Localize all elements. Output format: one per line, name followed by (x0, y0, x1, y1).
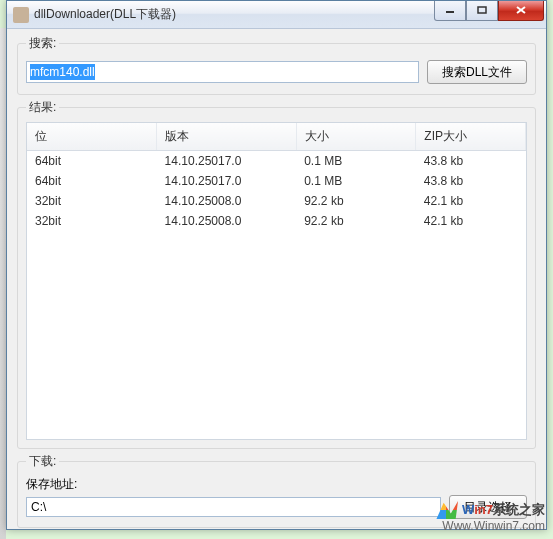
watermark: Win7系统之家 Www.Winwin7.com (434, 501, 545, 533)
watermark-url: Www.Winwin7.com (434, 519, 545, 533)
col-size[interactable]: 大小 (296, 123, 416, 151)
minimize-button[interactable] (434, 1, 466, 21)
main-window: dllDownloader(DLL下载器) 搜索: mfcm140.dll 搜索… (6, 0, 547, 530)
window-content: 搜索: mfcm140.dll 搜索DLL文件 结果: 位 (7, 29, 546, 539)
minimize-icon (445, 5, 455, 15)
titlebar[interactable]: dllDownloader(DLL下载器) (7, 1, 546, 29)
cell-bit: 32bit (27, 191, 157, 211)
cell-size: 92.2 kb (296, 211, 416, 231)
cell-version: 14.10.25008.0 (157, 211, 297, 231)
cell-version: 14.10.25008.0 (157, 191, 297, 211)
cell-size: 92.2 kb (296, 191, 416, 211)
results-table: 位 版本 大小 ZIP大小 64bit14.10.25017.00.1 MB43… (27, 123, 526, 231)
save-path-input[interactable] (26, 497, 441, 517)
col-version[interactable]: 版本 (157, 123, 297, 151)
close-icon (515, 5, 527, 15)
maximize-icon (477, 5, 487, 15)
cell-version: 14.10.25017.0 (157, 151, 297, 172)
table-row[interactable]: 64bit14.10.25017.00.1 MB43.8 kb (27, 151, 526, 172)
maximize-button[interactable] (466, 1, 498, 21)
col-zipsize[interactable]: ZIP大小 (416, 123, 526, 151)
table-row[interactable]: 64bit14.10.25017.00.1 MB43.8 kb (27, 171, 526, 191)
cell-zipsize: 43.8 kb (416, 151, 526, 172)
col-bit[interactable]: 位 (27, 123, 157, 151)
search-input[interactable]: mfcm140.dll (26, 61, 419, 83)
table-row[interactable]: 32bit14.10.25008.092.2 kb42.1 kb (27, 211, 526, 231)
app-icon (13, 7, 29, 23)
cell-zipsize: 42.1 kb (416, 211, 526, 231)
window-title: dllDownloader(DLL下载器) (34, 6, 434, 23)
search-legend: 搜索: (26, 35, 59, 52)
cell-bit: 64bit (27, 151, 157, 172)
window-buttons (434, 1, 544, 21)
download-legend: 下载: (26, 453, 59, 470)
windows-flag-icon (434, 501, 458, 519)
close-button[interactable] (498, 1, 544, 21)
search-input-value: mfcm140.dll (30, 64, 95, 80)
watermark-in7: in7 (474, 502, 493, 517)
table-header-row: 位 版本 大小 ZIP大小 (27, 123, 526, 151)
watermark-w: W (462, 502, 474, 517)
cell-bit: 32bit (27, 211, 157, 231)
cell-zipsize: 42.1 kb (416, 191, 526, 211)
svg-rect-1 (478, 7, 486, 13)
search-group: 搜索: mfcm140.dll 搜索DLL文件 (17, 35, 536, 95)
results-table-wrap: 位 版本 大小 ZIP大小 64bit14.10.25017.00.1 MB43… (26, 122, 527, 440)
cell-size: 0.1 MB (296, 171, 416, 191)
table-row[interactable]: 32bit14.10.25008.092.2 kb42.1 kb (27, 191, 526, 211)
cell-size: 0.1 MB (296, 151, 416, 172)
search-button[interactable]: 搜索DLL文件 (427, 60, 527, 84)
save-path-label: 保存地址: (26, 476, 527, 493)
results-group: 结果: 位 版本 大小 ZIP大小 64bit14.10.25017. (17, 99, 536, 449)
watermark-tail: 系统之家 (493, 502, 545, 517)
cell-bit: 64bit (27, 171, 157, 191)
cell-version: 14.10.25017.0 (157, 171, 297, 191)
cell-zipsize: 43.8 kb (416, 171, 526, 191)
results-legend: 结果: (26, 99, 59, 116)
